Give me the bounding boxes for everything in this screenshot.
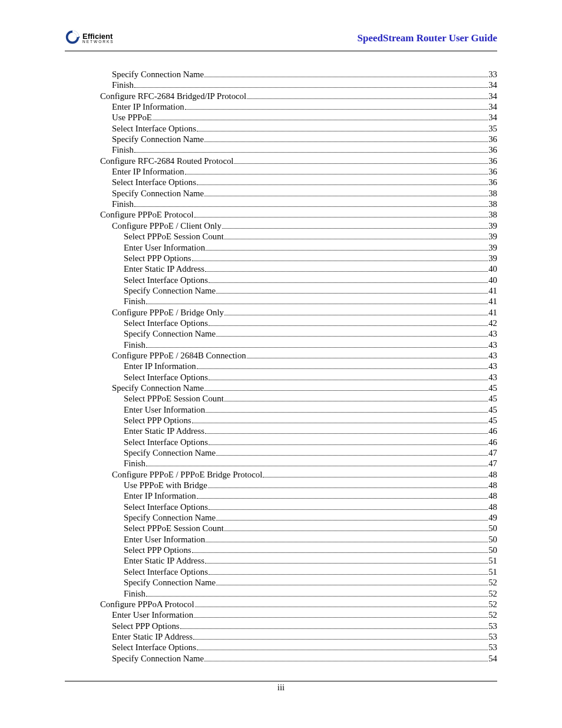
toc-leader-dots — [153, 120, 488, 120]
toc-leader-dots — [224, 315, 488, 315]
toc-entry-page: 47 — [488, 458, 497, 469]
toc-entry-label: Finish — [112, 144, 134, 155]
toc-entry[interactable]: Configure RFC-2684 Bridged/IP Protocol34 — [65, 91, 497, 101]
toc-entry-label: Finish — [124, 458, 146, 469]
toc-entry[interactable]: Finish34 — [65, 80, 497, 90]
toc-entry-label: Configure RFC-2684 Bridged/IP Protocol — [100, 91, 246, 101]
toc-entry-label: Finish — [124, 296, 146, 307]
toc-entry-page: 43 — [488, 361, 497, 371]
toc-entry[interactable]: Enter User Information45 — [65, 404, 497, 415]
toc-leader-dots — [216, 336, 488, 337]
toc-entry[interactable]: Enter IP Information34 — [65, 101, 497, 112]
toc-entry-page: 52 — [488, 599, 497, 610]
toc-entry[interactable]: Select PPP Options39 — [65, 253, 497, 263]
toc-entry[interactable]: Enter Static IP Address40 — [65, 263, 497, 274]
toc-entry[interactable]: Enter User Information39 — [65, 242, 497, 253]
toc-entry[interactable]: Select PPP Options50 — [65, 545, 497, 555]
toc-entry[interactable]: Configure PPPoE Protocol38 — [65, 209, 497, 220]
toc-entry[interactable]: Configure RFC-2684 Routed Protocol36 — [65, 156, 497, 166]
toc-entry[interactable]: Finish41 — [65, 296, 497, 307]
toc-entry[interactable]: Select Interface Options42 — [65, 318, 497, 328]
toc-entry[interactable]: Select PPP Options45 — [65, 415, 497, 426]
toc-entry[interactable]: Use PPPoE34 — [65, 112, 497, 123]
toc-entry[interactable]: Configure PPPoE / Client Only39 — [65, 220, 497, 231]
toc-entry[interactable]: Enter Static IP Address51 — [65, 555, 497, 566]
toc-entry-page: 45 — [488, 415, 497, 426]
toc-entry[interactable]: Specify Connection Name33 — [65, 69, 497, 80]
toc-entry-label: Configure PPPoE / PPPoE Bridge Protocol — [112, 469, 262, 480]
toc-entry-label: Enter IP Information — [112, 166, 184, 177]
toc-leader-dots — [197, 498, 488, 499]
toc-leader-dots — [216, 293, 488, 294]
toc-entry[interactable]: Select Interface Options46 — [65, 437, 497, 447]
toc-entry[interactable]: Select Interface Options53 — [65, 642, 497, 653]
toc-entry[interactable]: Configure PPPoE / PPPoE Bridge Protocol4… — [65, 469, 497, 480]
toc-entry-page: 52 — [488, 588, 497, 599]
toc-entry[interactable]: Select Interface Options36 — [65, 177, 497, 187]
toc-entry[interactable]: Configure PPPoA Protocol52 — [65, 599, 497, 610]
toc-entry[interactable]: Specify Connection Name52 — [65, 577, 497, 588]
toc-entry-label: Select PPPoE Session Count — [124, 523, 224, 533]
toc-leader-dots — [193, 639, 488, 640]
toc-entry-label: Enter User Information — [124, 534, 205, 545]
svg-marker-1 — [78, 36, 80, 38]
toc-entry[interactable]: Select Interface Options43 — [65, 372, 497, 383]
toc-leader-dots — [204, 661, 488, 661]
toc-entry[interactable]: Specify Connection Name47 — [65, 447, 497, 458]
toc-entry[interactable]: Specify Connection Name41 — [65, 285, 497, 296]
toc-entry[interactable]: Select PPPoE Session Count45 — [65, 393, 497, 404]
toc-entry-page: 47 — [488, 447, 497, 458]
toc-entry[interactable]: Configure PPPoE / 2684B Connection43 — [65, 350, 497, 361]
logo-swirl-icon — [65, 29, 80, 47]
toc-entry[interactable]: Select PPPoE Session Count39 — [65, 231, 497, 242]
toc-entry[interactable]: Specify Connection Name54 — [65, 653, 497, 664]
toc-entry[interactable]: Enter User Information50 — [65, 534, 497, 545]
toc-entry[interactable]: Specify Connection Name36 — [65, 134, 497, 144]
toc-entry-page: 36 — [488, 177, 497, 187]
brand-logo: Efficient NETWORKS — [65, 29, 114, 47]
toc-entry-label: Specify Connection Name — [112, 69, 204, 80]
toc-entry-label: Select PPP Options — [124, 253, 191, 263]
toc-entry-page: 46 — [488, 426, 497, 436]
toc-entry[interactable]: Select Interface Options48 — [65, 502, 497, 512]
toc-entry[interactable]: Select PPP Options53 — [65, 621, 497, 631]
toc-leader-dots — [204, 196, 488, 196]
toc-entry[interactable]: Enter IP Information48 — [65, 490, 497, 501]
toc-entry[interactable]: Finish47 — [65, 458, 497, 469]
toc-entry[interactable]: Select Interface Options40 — [65, 275, 497, 285]
toc-leader-dots — [192, 552, 488, 553]
toc-entry-page: 36 — [488, 134, 497, 144]
toc-entry[interactable]: Finish52 — [65, 588, 497, 599]
toc-entry-page: 39 — [488, 231, 497, 242]
toc-entry-label: Enter IP Information — [124, 361, 196, 371]
brand-subtitle: NETWORKS — [82, 40, 114, 44]
toc-entry[interactable]: Enter Static IP Address46 — [65, 426, 497, 436]
toc-entry[interactable]: Enter User Information52 — [65, 610, 497, 620]
toc-entry[interactable]: Configure PPPoE / Bridge Only41 — [65, 307, 497, 318]
toc-leader-dots — [209, 380, 488, 380]
toc-entry[interactable]: Use PPPoE with Bridge48 — [65, 480, 497, 490]
toc-entry[interactable]: Specify Connection Name49 — [65, 512, 497, 523]
toc-entry-page: 51 — [488, 566, 497, 577]
toc-entry[interactable]: Finish38 — [65, 199, 497, 209]
toc-entry[interactable]: Select Interface Options35 — [65, 123, 497, 134]
toc-entry-page: 41 — [488, 307, 497, 318]
toc-entry-page: 48 — [488, 502, 497, 512]
toc-entry[interactable]: Finish43 — [65, 340, 497, 350]
toc-entry[interactable]: Select Interface Options51 — [65, 566, 497, 577]
toc-leader-dots — [224, 401, 488, 401]
toc-entry[interactable]: Specify Connection Name43 — [65, 328, 497, 339]
toc-entry[interactable]: Enter IP Information43 — [65, 361, 497, 371]
toc-entry[interactable]: Finish36 — [65, 144, 497, 155]
toc-entry-page: 53 — [488, 631, 497, 642]
toc-leader-dots — [224, 531, 488, 531]
toc-entry-page: 43 — [488, 328, 497, 339]
toc-entry[interactable]: Select PPPoE Session Count50 — [65, 523, 497, 533]
toc-entry[interactable]: Specify Connection Name45 — [65, 383, 497, 393]
document-title: SpeedStream Router User Guide — [357, 32, 497, 44]
toc-entry-page: 48 — [488, 490, 497, 501]
toc-leader-dots — [197, 185, 488, 185]
toc-entry[interactable]: Enter IP Information36 — [65, 166, 497, 177]
toc-entry[interactable]: Enter Static IP Address53 — [65, 631, 497, 642]
toc-entry[interactable]: Specify Connection Name38 — [65, 188, 497, 199]
